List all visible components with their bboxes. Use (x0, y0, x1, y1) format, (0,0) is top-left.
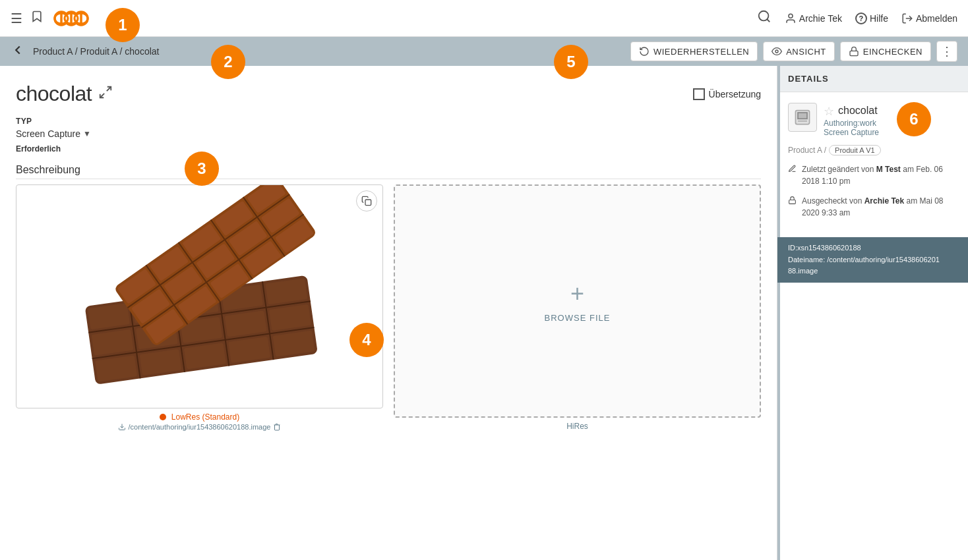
svg-point-10 (775, 50, 778, 53)
last-changed-by: M Test (876, 165, 901, 174)
checkin-label: EINCHECKEN (863, 47, 923, 57)
sidebar-doc-row: ☆ chocolat Authoring:work Screen Capture (788, 103, 957, 137)
sidebar-bc-parent: Product A / (788, 146, 826, 155)
view-button[interactable]: ANSICHT (763, 42, 835, 61)
svg-rect-64 (789, 200, 796, 204)
sidebar-id-bar: › ID:xsn1543860620188 Dateiname: /conten… (777, 237, 968, 283)
lowres-image-slot (16, 184, 383, 408)
file-path-text: /content/authoring/iur1543860620188.imag… (129, 423, 271, 431)
edit-icon (788, 163, 797, 174)
sidebar-scroll-indicator (777, 66, 780, 560)
view-icon (771, 46, 782, 57)
main-area: chocolat Übersetzung Typ Screen Capture … (0, 66, 968, 560)
breadcrumb: Product A / Produit A / chocolat (33, 46, 159, 57)
more-options-button[interactable]: ⋮ (936, 41, 957, 62)
hires-image-slot[interactable]: + BROWSE FILE (394, 184, 761, 418)
delete-icon[interactable] (273, 423, 281, 431)
search-icon[interactable] (757, 9, 771, 27)
right-sidebar: DETAILS ☆ chocolat Authoring:work (777, 66, 968, 560)
help-button[interactable]: ? Hilfe (855, 13, 888, 24)
svg-line-12 (107, 87, 111, 91)
help-icon: ? (855, 13, 867, 24)
dropdown-arrow-icon[interactable]: ▼ (83, 129, 91, 138)
help-label: Hilfe (870, 13, 888, 24)
lowres-slot: LowRes (Standard) /content/authoring/iur… (16, 184, 383, 435)
filename-line2: 88.image (788, 266, 957, 277)
hires-label: HiRes (566, 422, 588, 431)
favorite-star-icon[interactable]: ☆ (824, 104, 834, 119)
restore-label: WIEDERHERSTELLEN (653, 47, 749, 57)
checked-out-by: Archie Tek (864, 196, 904, 206)
doc-thumbnail (788, 103, 817, 132)
sidebar-header: DETAILS (777, 66, 968, 92)
restore-button[interactable]: WIEDERHERSTELLEN (630, 42, 758, 61)
user-menu[interactable]: Archie Tek (785, 13, 842, 24)
checkin-button[interactable]: EINCHECKEN (840, 42, 931, 61)
bookmark-icon[interactable] (30, 10, 44, 26)
checkbox-empty (693, 88, 705, 100)
section-beschreibung: Beschreibung (16, 164, 761, 179)
hires-slot: + BROWSE FILE HiRes (394, 184, 761, 435)
svg-rect-11 (850, 51, 858, 55)
sidebar-collapse-button[interactable]: › (777, 249, 777, 270)
svg-point-7 (759, 11, 769, 21)
last-changed-row: Zuletzt geändert von M Test am Feb. 06 2… (788, 163, 957, 187)
sidebar-content: ☆ chocolat Authoring:work Screen Capture… (777, 92, 968, 237)
doc-thumb-icon (793, 108, 812, 126)
image-upload-row: LowRes (Standard) /content/authoring/iur… (16, 184, 761, 435)
type-field: Typ Screen Capture ▼ (16, 117, 761, 139)
center-content: chocolat Übersetzung Typ Screen Capture … (0, 66, 777, 560)
file-path: /content/authoring/iur1543860620188.imag… (16, 423, 383, 431)
back-button[interactable] (11, 43, 25, 61)
sidebar-doc-info: ☆ chocolat Authoring:work Screen Capture (824, 103, 957, 137)
title-row: chocolat Übersetzung (16, 82, 761, 106)
hires-footer: HiRes (394, 418, 761, 435)
sidebar-doc-subtype: Screen Capture (824, 128, 957, 137)
sidebar-bc-tag[interactable]: Produit A V1 (829, 145, 881, 155)
checkin-icon (849, 46, 859, 57)
top-navigation: ☰ Arc (0, 0, 968, 37)
translation-label: Übersetzung (709, 89, 761, 99)
svg-point-8 (789, 14, 793, 18)
id-line: ID:xsn1543860620188 (788, 242, 957, 254)
lock-icon (788, 195, 797, 206)
svg-rect-14 (365, 200, 371, 206)
toolbar-actions: WIEDERHERSTELLEN ANSICHT EINCHECKEN ⋮ (630, 41, 957, 62)
svg-rect-62 (798, 113, 807, 119)
sidebar-doc-name: chocolat (838, 105, 878, 117)
view-label: ANSICHT (786, 47, 826, 57)
logout-button[interactable]: Abmelden (901, 13, 957, 24)
breadcrumb-bar: Product A / Produit A / chocolat WIEDERH… (0, 37, 968, 66)
last-changed-text: Zuletzt geändert von M Test am Feb. 06 2… (802, 163, 957, 187)
browse-plus-icon: + (570, 280, 584, 308)
svg-line-13 (100, 94, 104, 98)
logout-label: Abmelden (916, 13, 957, 24)
restore-icon (639, 46, 650, 57)
resize-icon[interactable] (98, 85, 113, 103)
translation-checkbox[interactable]: Übersetzung (693, 88, 761, 100)
sidebar-breadcrumb: Product A / Produit A V1 (788, 145, 957, 155)
browse-file-label[interactable]: BROWSE FILE (545, 313, 611, 323)
logo[interactable] (51, 7, 91, 30)
type-label: Typ (16, 117, 761, 126)
sidebar-doc-type: Authoring:work (824, 119, 957, 128)
user-name: Archie Tek (799, 13, 842, 24)
lowres-label: LowRes (Standard) (171, 412, 239, 422)
download-icon (118, 423, 126, 431)
lowres-dot (160, 414, 166, 420)
type-value: Screen Capture (16, 128, 80, 139)
checked-out-text: Ausgecheckt von Archie Tek am Mai 08 202… (802, 195, 957, 219)
required-label: Erforderlich (16, 144, 761, 154)
copy-button[interactable] (356, 190, 377, 211)
document-title: chocolat (16, 82, 92, 106)
filename-line: Dateiname: /content/authoring/iur1543860… (788, 254, 957, 266)
checked-out-row: Ausgecheckt von Archie Tek am Mai 08 202… (788, 195, 957, 219)
chocolate-image (16, 185, 382, 396)
lowres-footer: LowRes (Standard) /content/authoring/iur… (16, 408, 383, 435)
hamburger-icon[interactable]: ☰ (11, 11, 22, 26)
